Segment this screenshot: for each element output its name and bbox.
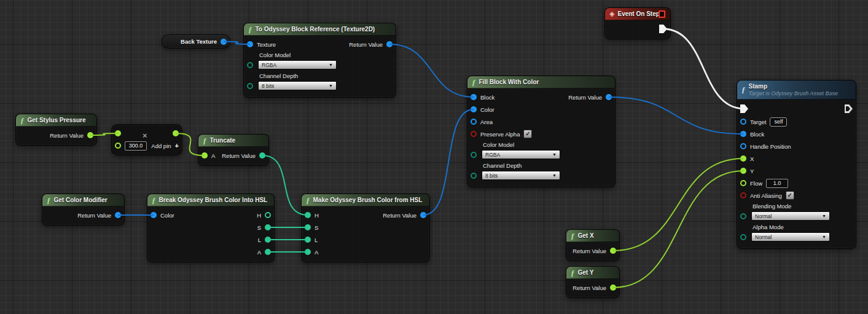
get-stylus-pressure-header[interactable]: ƒGet Stylus Pressure — [16, 114, 96, 127]
handle-position-pin[interactable] — [740, 143, 746, 149]
backtexture-out-pin[interactable] — [221, 39, 227, 45]
target-pin[interactable] — [740, 119, 746, 125]
get-y-header[interactable]: ƒGet Y — [566, 267, 619, 279]
s-label: S — [315, 224, 318, 231]
blending-mode-dropdown[interactable]: Normal▼ — [751, 211, 830, 221]
truncate[interactable]: ƒTruncateAReturn Value — [198, 134, 269, 166]
fill-block-with-color-header[interactable]: ƒFill Block With Color — [467, 76, 615, 88]
event-exec-exec-pin[interactable] — [659, 25, 667, 33]
break-a-pin[interactable] — [265, 249, 271, 255]
stylus-rv-pin[interactable] — [87, 132, 93, 138]
channel-depth-pin[interactable] — [471, 173, 477, 179]
channel-depth-dropdown[interactable]: 8 bits▼ — [258, 81, 337, 90]
truncate-header[interactable]: ƒTruncate — [198, 135, 268, 147]
multiply[interactable]: 300.0Add pin+× — [111, 124, 182, 155]
event-on-step-header[interactable]: ◈Event On Step — [605, 8, 670, 20]
get-stylus-pressure[interactable]: ƒGet Stylus PressureReturn Value — [15, 114, 97, 146]
break-l-pin[interactable] — [265, 237, 271, 243]
channel-depth-dropdown[interactable]: 8 bits▼ — [482, 171, 560, 180]
area-pin[interactable] — [471, 119, 477, 125]
truncate-a-pin[interactable] — [201, 152, 208, 159]
wire-gety-rv-to-stamp-y — [613, 171, 743, 288]
anti-aliasing-pin[interactable] — [740, 192, 746, 198]
fill-block-with-color[interactable]: ƒFill Block With ColorBlockReturn ValueC… — [467, 76, 616, 187]
node-row: L — [302, 234, 429, 246]
node-row: Area — [467, 116, 615, 128]
stamp[interactable]: ƒStampTarget is Odyssey Brush Asset Base… — [737, 80, 856, 249]
make-l-pin[interactable] — [305, 237, 311, 243]
color-model-pin[interactable] — [247, 62, 253, 68]
anti-aliasing-checkbox[interactable]: ✓ — [786, 191, 794, 200]
l-label: L — [258, 237, 261, 243]
get-x[interactable]: ƒGet XReturn Value — [566, 229, 620, 261]
make-h-pin[interactable] — [305, 212, 311, 218]
back-texture[interactable]: Back Texture — [162, 34, 230, 49]
blending-mode-row: Blending ModeNormal▼ — [737, 203, 856, 221]
stamp-y-pin[interactable] — [740, 168, 746, 174]
stamp-header[interactable]: ƒStampTarget is Odyssey Brush Asset Base — [737, 80, 856, 100]
getcolormod-rv-pin[interactable] — [115, 212, 121, 218]
break-s-pin[interactable] — [265, 224, 271, 230]
toodyssey-texture-pin[interactable] — [247, 41, 253, 47]
break-odyssey-brush-color-into-hsl[interactable]: ƒBreak Odyssey Brush Color Into HSLColor… — [147, 194, 275, 262]
fill-block-pin[interactable] — [471, 94, 477, 100]
break-h-pin[interactable] — [265, 212, 271, 218]
value-field[interactable]: 300.0 — [125, 141, 147, 151]
truncate-title: Truncate — [210, 136, 236, 144]
preserve-alpha-checkbox[interactable]: ✓ — [523, 130, 532, 138]
color-model-pin[interactable] — [471, 152, 477, 158]
make-odyssey-brush-color-from-hsl[interactable]: ƒMake Odyssey Brush Color from HSLHRetur… — [301, 194, 430, 262]
getx-rv-pin[interactable] — [610, 248, 616, 254]
make-rv-pin[interactable] — [420, 212, 426, 218]
truncate-rv-pin[interactable] — [259, 152, 265, 159]
get-color-modifier[interactable]: ƒGet Color ModifierReturn Value — [42, 194, 125, 226]
dropdown-arrow-icon: ▼ — [822, 235, 826, 239]
flow-pin[interactable] — [740, 180, 746, 186]
node-row: Handle Position — [737, 140, 856, 152]
color-model-row: Color ModelRGBA▼ — [244, 52, 396, 69]
stamp-x-pin[interactable] — [740, 155, 746, 162]
blueprint-graph-canvas[interactable]: Back TextureƒTo Odyssey Block Reference … — [0, 0, 868, 314]
fill-color-pin[interactable] — [471, 106, 477, 112]
node-row: X — [737, 152, 856, 165]
target-value[interactable]: self — [770, 117, 787, 127]
break-odyssey-brush-color-into-hsl-header[interactable]: ƒBreak Odyssey Brush Color Into HSL — [147, 194, 274, 206]
preserve-alpha-pin[interactable] — [471, 131, 477, 137]
a-label: A — [257, 249, 261, 256]
return-value-label: Return Value — [568, 94, 602, 101]
color-model-dropdown[interactable]: RGBA▼ — [258, 60, 337, 69]
target-label: Target — [750, 119, 766, 125]
make-s-pin[interactable] — [305, 224, 311, 230]
make-odyssey-brush-color-from-hsl-header[interactable]: ƒMake Odyssey Brush Color from HSL — [302, 194, 429, 206]
node-row: Return Value — [16, 129, 96, 141]
to-odyssey-block-reference-header[interactable]: ƒTo Odyssey Block Reference (Texture2D) — [244, 23, 396, 36]
get-color-modifier-header[interactable]: ƒGet Color Modifier — [42, 194, 124, 206]
color-model-dropdown-value: RGBA — [262, 62, 276, 68]
node-row: A — [302, 246, 429, 258]
mult-b-pin[interactable] — [115, 143, 121, 149]
blending-mode-pin[interactable] — [740, 213, 746, 219]
color-model-dropdown[interactable]: RGBA▼ — [482, 150, 560, 159]
stamp-execout-exec-pin[interactable] — [845, 104, 853, 113]
alpha-mode-pin[interactable] — [740, 234, 746, 240]
channel-depth-pin[interactable] — [247, 83, 253, 89]
dropdown-arrow-icon: ▼ — [552, 152, 557, 157]
gety-rv-pin[interactable] — [610, 285, 616, 291]
mult-a-pin[interactable] — [115, 130, 121, 136]
stamp-execin-exec-pin[interactable] — [740, 104, 748, 113]
alpha-mode-dropdown[interactable]: Normal▼ — [751, 232, 830, 241]
stamp-block-pin[interactable] — [740, 131, 746, 137]
get-y[interactable]: ƒGet YReturn Value — [566, 266, 620, 298]
fill-rv-pin[interactable] — [606, 94, 612, 100]
make-a-pin[interactable] — [305, 249, 311, 255]
get-x-header[interactable]: ƒGet X — [566, 230, 619, 242]
add-pin-icon[interactable]: + — [175, 142, 179, 149]
return-value-label: Return Value — [349, 41, 383, 48]
mult-out-pin[interactable] — [173, 130, 179, 136]
node-row: Anti Aliasing✓ — [737, 189, 856, 202]
to-odyssey-block-reference[interactable]: ƒTo Odyssey Block Reference (Texture2D)T… — [243, 23, 396, 98]
event-on-step[interactable]: ◈Event On Step — [604, 7, 671, 39]
flow-field[interactable]: 1.0 — [766, 179, 788, 188]
toodyssey-rv-pin[interactable] — [386, 41, 393, 47]
break-color-pin[interactable] — [151, 212, 157, 218]
